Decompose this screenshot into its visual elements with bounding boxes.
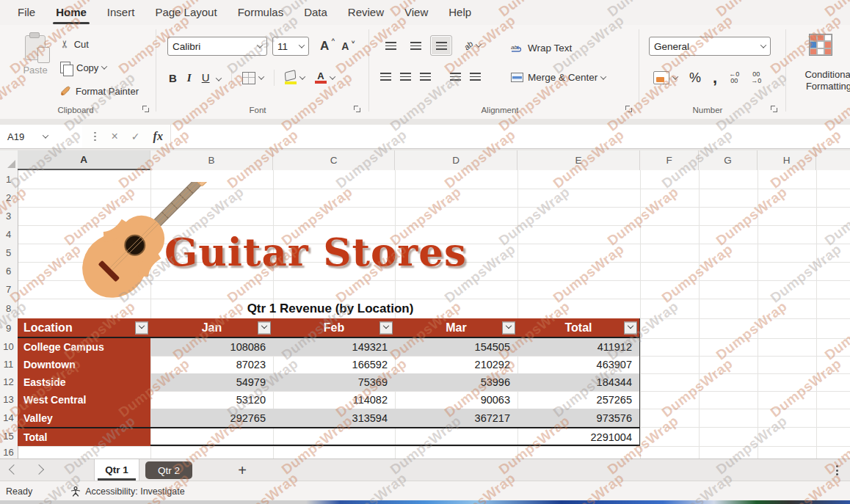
table-cell[interactable]: 154505 <box>395 338 517 356</box>
name-box[interactable]: A19 <box>0 125 82 148</box>
row-header-2[interactable]: 2 <box>0 189 17 207</box>
table-cell[interactable] <box>273 427 395 446</box>
tab-home[interactable]: Home <box>46 0 97 25</box>
align-right-button[interactable] <box>420 73 431 81</box>
table-cell[interactable]: 75369 <box>273 373 395 391</box>
italic-button[interactable]: I <box>187 72 192 84</box>
table-cell[interactable]: College Campus <box>18 338 150 356</box>
row-header-6[interactable]: 6 <box>0 262 17 280</box>
table-cell[interactable] <box>395 427 517 446</box>
cut-button[interactable]: ✂ Cut <box>60 35 89 53</box>
number-format-select[interactable]: General <box>649 37 771 56</box>
column-header-D[interactable]: D <box>395 150 517 170</box>
row-header-1[interactable]: 1 <box>0 170 17 189</box>
sheet-tab-qtr2[interactable]: Qtr 2 <box>145 461 192 479</box>
fill-color-button[interactable] <box>285 71 305 84</box>
new-sheet-button[interactable]: + <box>232 459 253 481</box>
tab-formulas[interactable]: Formulas <box>228 0 294 25</box>
underline-button[interactable]: U <box>202 71 221 84</box>
formula-input[interactable] <box>170 125 850 148</box>
merge-center-button[interactable]: Merge & Center <box>511 72 606 83</box>
table-cell[interactable]: 411912 <box>517 338 640 356</box>
row-header-9[interactable]: 9 <box>0 318 17 338</box>
row-header-12[interactable]: 12 <box>0 373 17 391</box>
font-name-select[interactable]: Calibri <box>167 37 267 56</box>
table-cell-grand-total[interactable]: 2291004 <box>517 427 640 446</box>
borders-button[interactable] <box>242 72 264 84</box>
tab-view[interactable]: View <box>394 0 438 25</box>
copy-button[interactable]: Copy <box>60 59 106 76</box>
tab-insert[interactable]: Insert <box>97 0 145 25</box>
table-header-total[interactable]: Total <box>517 318 640 338</box>
sheet-tab-qtr1[interactable]: Qtr 1 <box>94 459 139 481</box>
conditional-formatting-button[interactable]: Conditional Formatting <box>788 69 850 92</box>
insert-function-icon[interactable]: fx <box>153 130 163 143</box>
row-header-11[interactable]: 11 <box>0 356 17 373</box>
table-cell[interactable]: 367217 <box>395 409 517 427</box>
column-header-A[interactable]: A <box>18 150 150 170</box>
filter-button[interactable] <box>258 321 271 334</box>
table-header-jan[interactable]: Jan <box>150 318 273 338</box>
increase-font-size-button[interactable]: A^ <box>320 39 329 54</box>
tab-page-layout[interactable]: Page Layout <box>145 0 227 25</box>
row-header-14[interactable]: 14 <box>0 409 17 427</box>
table-cell[interactable]: West Central <box>18 391 150 409</box>
table-cell[interactable]: 973576 <box>517 409 640 427</box>
clipboard-dialog-launcher-icon[interactable] <box>142 106 150 113</box>
column-header-H[interactable]: H <box>758 150 816 170</box>
sheet-nav-left-icon[interactable] <box>9 464 19 475</box>
table-cell[interactable]: 108086 <box>150 338 273 356</box>
table-cell[interactable]: 90063 <box>395 391 517 409</box>
font-size-select[interactable]: 11 <box>272 37 309 56</box>
accessibility-status[interactable]: Accessibility: Investigate <box>70 486 184 497</box>
row-header-8[interactable]: 8 <box>0 299 17 318</box>
enter-icon[interactable]: ✓ <box>131 131 140 142</box>
font-dialog-launcher-icon[interactable] <box>354 106 361 113</box>
accounting-format-button[interactable] <box>653 71 678 84</box>
row-header-3[interactable]: 3 <box>0 207 17 225</box>
decrease-decimal-button[interactable]: 00 →0 <box>751 71 761 84</box>
select-all-corner[interactable] <box>0 150 18 170</box>
row-header-4[interactable]: 4 <box>0 225 17 244</box>
row-header-5[interactable]: 5 <box>0 244 17 262</box>
row-header-10[interactable]: 10 <box>0 338 17 356</box>
table-cell[interactable]: 166592 <box>273 356 395 373</box>
sheet-grid[interactable]: 12345678910111213141516 Guitar Stores Qt… <box>0 170 850 459</box>
formula-bar-handle[interactable] <box>94 132 96 142</box>
column-header-C[interactable]: C <box>273 150 395 170</box>
bold-button[interactable]: B <box>169 72 177 84</box>
wrap-text-button[interactable]: ab Wrap Text <box>511 43 572 54</box>
row-header-13[interactable]: 13 <box>0 391 17 409</box>
paste-button[interactable]: Paste <box>15 29 56 106</box>
percent-style-button[interactable]: % <box>689 70 701 86</box>
cancel-icon[interactable]: × <box>112 130 118 143</box>
table-cell[interactable]: Downtown <box>18 356 150 373</box>
align-center-button[interactable] <box>400 73 411 81</box>
decrease-font-size-button[interactable]: A˅ <box>341 40 349 52</box>
decrease-indent-button[interactable] <box>450 73 461 81</box>
tab-file[interactable]: File <box>7 0 46 25</box>
table-cell[interactable]: 53120 <box>150 391 273 409</box>
table-cell[interactable]: 184344 <box>517 373 640 391</box>
format-painter-button[interactable]: Format Painter <box>60 82 139 100</box>
table-cell[interactable]: 53996 <box>395 373 517 391</box>
table-cell[interactable]: 149321 <box>273 338 395 356</box>
filter-button[interactable] <box>502 321 515 334</box>
increase-decimal-button[interactable]: ←0 00 <box>729 71 739 84</box>
table-header-mar[interactable]: Mar <box>395 318 517 338</box>
column-header-F[interactable]: F <box>640 150 699 170</box>
align-bottom-button[interactable] <box>430 35 452 56</box>
table-cell[interactable]: Eastside <box>18 373 150 391</box>
comma-style-button[interactable]: , <box>713 74 717 81</box>
align-middle-button[interactable] <box>405 36 426 55</box>
increase-indent-button[interactable] <box>470 73 481 81</box>
alignment-dialog-launcher-icon[interactable] <box>625 106 633 113</box>
column-header-G[interactable]: G <box>699 150 758 170</box>
table-cell[interactable]: 210292 <box>395 356 517 373</box>
table-header-feb[interactable]: Feb <box>273 318 395 338</box>
orientation-button[interactable]: ab <box>464 41 481 50</box>
row-header-7[interactable]: 7 <box>0 280 17 299</box>
column-header-E[interactable]: E <box>517 150 640 170</box>
row-header-15[interactable]: 15 <box>0 427 17 446</box>
sheet-nav-right-icon[interactable] <box>34 464 44 475</box>
